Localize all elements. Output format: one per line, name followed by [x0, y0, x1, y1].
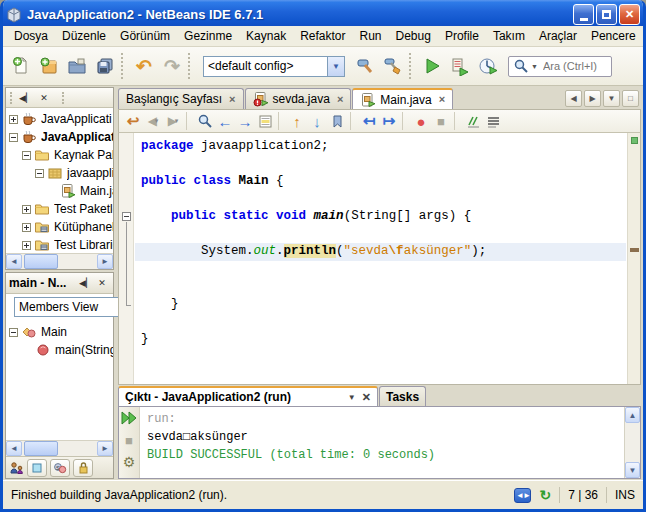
search-icon[interactable] [509, 58, 531, 74]
code-line-5[interactable]: public static void main(String[] args) { [135, 208, 626, 226]
find-next-occurrence-button[interactable]: → [235, 111, 255, 131]
collapse-icon[interactable] [22, 151, 31, 160]
minimize-button[interactable] [573, 4, 594, 25]
stop-macro-recording-button[interactable]: ■ [431, 111, 451, 131]
uncomment-button[interactable] [483, 111, 503, 131]
menu-debug[interactable]: Debug [389, 27, 438, 45]
redo-button[interactable]: ↷ [158, 52, 186, 80]
scroll-tabs-left-icon[interactable]: ◀ [565, 90, 582, 107]
show-fields-filter-button[interactable] [27, 459, 47, 477]
new-file-button[interactable] [7, 52, 35, 80]
maximize-button[interactable] [596, 4, 617, 25]
tasks-tab[interactable]: Tasks [379, 386, 426, 406]
tree-item-test-libraries[interactable]: Test Libraries [6, 236, 113, 253]
forward-button[interactable]: ▶▾ [163, 111, 183, 131]
code-editor[interactable]: package javaapplication2; public class M… [118, 133, 641, 385]
sync-arrows-icon[interactable]: ◄► [514, 488, 531, 503]
code-line-8[interactable] [135, 261, 626, 279]
tree-item-k-t-phaneler[interactable]: Kütüphaneler [6, 218, 113, 236]
tree-item-javaapplication2[interactable]: JavaApplication2 [6, 128, 113, 146]
chevron-down-icon[interactable]: ▾ [155, 117, 159, 125]
code-line-9[interactable] [135, 278, 626, 296]
quick-search[interactable]: ▼ [508, 56, 612, 77]
show-inherited-members-icon[interactable] [9, 461, 24, 475]
debug-project-button[interactable] [446, 52, 474, 80]
scroll-tabs-right-icon[interactable]: ▶ [584, 90, 601, 107]
search-dropdown-icon[interactable]: ▼ [531, 63, 541, 70]
caret-position-mark[interactable] [630, 248, 639, 252]
menu-profile[interactable]: Profile [438, 27, 486, 45]
show-static-members-filter-button[interactable]: S [50, 459, 70, 477]
menu-tak-m[interactable]: Takım [486, 27, 532, 45]
expand-icon[interactable] [22, 241, 31, 250]
config-combo[interactable]: <default config>▼ [203, 56, 345, 77]
code-line-7[interactable]: System.out.println("sevda\faksünger"); [135, 243, 626, 261]
expand-icon[interactable] [22, 223, 31, 232]
navigator-horizontal-scrollbar[interactable]: ◄ ► [6, 440, 113, 456]
tree-item-javaapplicati[interactable]: JavaApplicati [6, 110, 113, 128]
scroll-right-icon[interactable]: ► [97, 254, 113, 269]
stop-button[interactable]: ■ [120, 431, 138, 449]
code-line-6[interactable] [135, 226, 626, 244]
scroll-up-icon[interactable]: ▲ [625, 407, 640, 423]
output-text[interactable]: run:sevda□aksüngerBUILD SUCCESSFUL (tota… [141, 407, 623, 478]
scroll-right-icon[interactable]: ► [97, 441, 113, 456]
tree-item-kaynak-paketleri[interactable]: Kaynak Paketleri [6, 146, 113, 164]
expand-icon[interactable] [22, 205, 31, 214]
editor-tab-main-java[interactable]: Main.java× [352, 88, 453, 109]
back-button[interactable]: ◀▾ [143, 111, 163, 131]
editor-tab-ba-lang-sayfas-[interactable]: Başlangıç Sayfası× [118, 88, 244, 109]
collapse-icon[interactable] [9, 133, 18, 142]
start-macro-recording-button[interactable]: ● [411, 111, 431, 131]
tree-item-test-paketleri[interactable]: Test Paketleri [6, 200, 113, 218]
expand-icon[interactable] [9, 115, 18, 124]
scroll-thumb[interactable] [24, 441, 58, 456]
show-non-public-members-filter-button[interactable] [73, 459, 93, 477]
code-line-1[interactable]: package javaapplication2; [135, 138, 626, 156]
search-input[interactable] [541, 59, 609, 73]
tree-item-main-java[interactable]: Main.java [6, 182, 113, 200]
shift-line-right-button[interactable]: ↦ [379, 111, 399, 131]
tab-close-icon[interactable]: × [229, 94, 235, 105]
code-line-10[interactable]: } [135, 296, 626, 314]
ant-settings-button[interactable]: ⚙ [120, 453, 138, 471]
previous-bookmark-button[interactable]: ↑ [287, 111, 307, 131]
code-fold-collapse-icon[interactable] [122, 212, 131, 221]
clean-and-build-project-button[interactable] [379, 52, 407, 80]
find-previous-occurrence-button[interactable]: ← [215, 111, 235, 131]
tab-close-icon[interactable]: × [439, 94, 445, 105]
projects-horizontal-scrollbar[interactable]: ◄ ► [6, 253, 113, 269]
close-button[interactable]: ✕ [619, 4, 640, 25]
menu-d-zenle[interactable]: Düzenle [55, 27, 113, 45]
collapse-icon[interactable] [9, 328, 18, 337]
rerun-button[interactable] [120, 409, 138, 427]
code-line-2[interactable] [135, 156, 626, 174]
grip-handle[interactable] [62, 92, 66, 104]
open-project-button[interactable] [63, 52, 91, 80]
last-edited-position-button[interactable]: ↩ [123, 111, 143, 131]
code-line-11[interactable] [135, 313, 626, 331]
menu-yard-m[interactable]: Yardım [643, 27, 646, 45]
save-all-button[interactable] [91, 52, 119, 80]
code-line-4[interactable] [135, 191, 626, 209]
collapse-icon[interactable] [35, 169, 44, 178]
new-project-button[interactable] [35, 52, 63, 80]
build-project-button[interactable] [351, 52, 379, 80]
code-text-area[interactable]: package javaapplication2; public class M… [135, 133, 626, 384]
refresh-icon[interactable]: ↻ [539, 487, 551, 503]
scroll-left-icon[interactable]: ◄ [6, 441, 22, 456]
comment-button[interactable] [463, 111, 483, 131]
tab-close-icon[interactable]: × [337, 94, 343, 105]
grip-handle[interactable] [10, 92, 14, 104]
profile-project-button[interactable] [474, 52, 502, 80]
close-panel-icon[interactable]: ✕ [94, 276, 110, 291]
chevron-down-icon[interactable]: ▾ [175, 117, 179, 125]
output-close-icon[interactable]: ✕ [362, 391, 371, 404]
undo-button[interactable]: ↶ [130, 52, 158, 80]
code-line-3[interactable]: public class Main { [135, 173, 626, 191]
next-bookmark-button[interactable]: ↓ [307, 111, 327, 131]
menu-dosya[interactable]: Dosya [7, 27, 55, 45]
shift-line-left-button[interactable]: ↤ [359, 111, 379, 131]
menu-kaynak[interactable]: Kaynak [239, 27, 293, 45]
scroll-thumb[interactable] [24, 254, 58, 269]
